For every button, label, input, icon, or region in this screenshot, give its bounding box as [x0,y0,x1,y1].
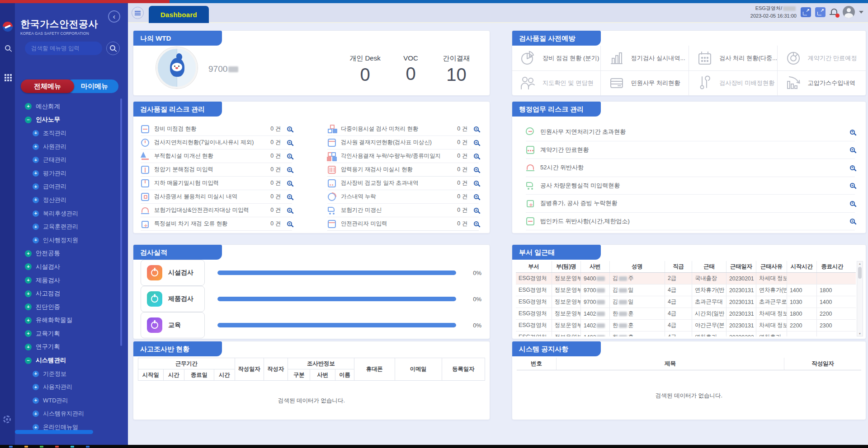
search-magnifier-icon[interactable] [850,130,855,135]
scroll-down-icon[interactable]: ▼ [859,332,861,335]
performance-category-button[interactable]: 시설검사 [141,260,205,286]
search-magnifier-icon[interactable] [850,201,855,206]
search-magnifier-icon[interactable] [850,219,855,224]
search-magnifier-icon[interactable] [287,221,292,226]
sidebar-menu-item[interactable]: 시스템유지관리 [15,407,122,421]
search-magnifier-icon[interactable] [474,181,479,186]
sidebar-menu-item[interactable]: 인사노무 [15,113,122,127]
search-magnifier-icon[interactable] [287,181,292,186]
scrollbar-thumb[interactable] [858,267,862,279]
sidebar-horizontal-scrollbar[interactable] [15,430,93,434]
prevention-cell-gas-import[interactable]: 고압가스수입내역 [778,70,866,95]
tab-dashboard[interactable]: Dashboard [149,6,209,23]
expand-toggle-icon[interactable] [33,371,39,377]
sidebar-menu-item[interactable]: 정산관리 [15,193,122,207]
search-magnifier-icon[interactable] [474,167,479,172]
menu-grid-icon[interactable] [5,74,6,76]
expand-toggle-icon[interactable] [33,144,39,150]
chevron-down-icon[interactable] [859,11,863,14]
sidebar-vertical-scrollbar[interactable] [120,98,122,346]
risk-item-row[interactable]: 각인사용결재 누락/수량누락/종류미일지 0 건 [327,149,479,163]
sidebar-menu-item[interactable]: 교육기획 [15,327,122,341]
stat-simple-approval[interactable]: 간이결재 10 [435,54,478,84]
search-magnifier-icon[interactable] [287,167,292,172]
prevention-cell-equipment-unassigned[interactable]: 검사장비 미배정현황 [689,70,778,95]
expand-toggle-icon[interactable] [25,277,32,284]
prevention-cell-contract-expiry[interactable]: 계약기간 만료예정 [778,46,866,70]
tab-all-menu[interactable]: 전체메뉴 [21,79,74,93]
sidebar-menu-item[interactable]: 제품검사 [15,274,122,287]
expand-toggle-icon[interactable] [33,397,39,404]
menu-search-input[interactable] [25,42,102,55]
search-magnifier-icon[interactable] [850,183,855,188]
risk-item-row[interactable]: 압력용기 재검사 미실시 현황 0 건 [327,163,479,177]
scroll-up-icon[interactable]: ▲ [859,262,861,265]
taskbar-icon[interactable] [55,446,59,448]
expand-toggle-icon[interactable] [25,290,32,297]
risk-item-row[interactable]: 가스내역 누락 0 건 [327,190,479,204]
search-magnifier-icon[interactable] [474,208,479,213]
sidebar-menu-item[interactable]: 진단인증 [15,300,122,314]
sidebar-menu-item[interactable]: 급여관리 [15,180,122,194]
table-row[interactable]: ESG경영처 정보운영부 1402 한훈 4급 야간근무(본 20230131 … [516,320,856,331]
settings-gear-icon[interactable] [3,415,11,423]
prevention-cell-periodic-inspection[interactable]: 정기검사 실시내역... [601,46,689,70]
risk-item-row[interactable]: 다중이용시설 검사 미처리 현황 0 건 [327,122,479,136]
search-magnifier-icon[interactable] [287,126,292,131]
admin-risk-row[interactable]: 계약기간 만료현황 [526,141,855,159]
sidebar-menu-item[interactable]: WTD관리 [15,394,122,407]
stat-voc[interactable]: VOC 0 [389,54,432,84]
avatar[interactable] [843,6,855,18]
risk-item-row[interactable]: 정압기 분해점검 미입력 0 건 [141,163,292,177]
taskbar-icon[interactable] [9,446,13,448]
expand-toggle-icon[interactable] [25,117,32,123]
sidebar-menu-item[interactable]: 평가관리 [15,167,122,180]
sidebar-menu-item[interactable]: 사용자관리 [15,380,122,394]
expand-toggle-icon[interactable] [25,357,32,364]
risk-item-row[interactable]: 검사지연처리현황(7일이내,사유시 제외) 0 건 [141,136,292,149]
expand-toggle-icon[interactable] [25,317,32,324]
risk-item-row[interactable]: 검사증명서 불용처리 미실시 내역 0 건 [141,190,292,204]
sidebar-menu-item[interactable]: 사고점검 [15,287,122,300]
search-icon[interactable] [5,45,10,51]
sidebar-menu-item[interactable]: 교육훈련관리 [15,220,122,233]
admin-risk-row[interactable]: 법인카드 위반사항(시간,제한업소) [526,213,855,231]
risk-item-row[interactable]: 검사장비 검교정 일자 초과내역 0 건 [327,177,479,190]
sidebar-menu-item[interactable]: 기준정보 [15,367,122,381]
table-row[interactable]: ESG경영처 정보운영부 9700 김일 4급 초과근무대 20230131 초… [516,296,856,308]
expand-toggle-icon[interactable] [33,210,39,217]
risk-item-row[interactable]: 특정설비 차기 재검 오류 현황 0 건 [141,217,292,231]
expand-toggle-icon[interactable] [33,170,39,177]
risk-item-row[interactable]: 보험가입대상&안전관리자대상 미입력 0 건 [141,204,292,217]
expand-toggle-icon[interactable] [33,157,39,163]
sidebar-menu-item[interactable]: 시스템관리 [15,354,122,367]
sidebar-menu-item[interactable]: 조직관리 [15,126,122,140]
expand-toggle-icon[interactable] [33,224,39,230]
hamburger-menu-button[interactable] [132,7,144,19]
windows-taskbar[interactable] [0,445,868,448]
search-magnifier-icon[interactable] [850,165,855,170]
performance-category-button[interactable]: 제품검사 [141,286,205,312]
admin-risk-row[interactable]: 공사 차량운행실적 미입력현황 [526,177,855,195]
expand-toggle-icon[interactable] [25,344,32,350]
expand-toggle-icon[interactable] [33,384,39,390]
risk-item-row[interactable]: 장비 미점검 현황 0 건 [141,122,292,136]
expand-toggle-icon[interactable] [25,250,32,257]
prevention-cell-inspection-processing[interactable]: 검사 처리 현황(다중... [689,46,778,70]
sidebar-menu-item[interactable]: 근태관리 [15,153,122,167]
sidebar-menu-item[interactable]: 시설검사 [15,260,122,274]
sidebar-menu-item[interactable]: 사원관리 [15,140,122,154]
taskbar-icon[interactable] [40,446,43,448]
sidebar-menu-item[interactable]: 인사행정지원 [15,233,122,247]
expand-toggle-icon[interactable] [33,237,39,243]
risk-item-row[interactable]: 부적합시설 미개선 현황 0 건 [141,149,292,163]
open-popup-button[interactable]: ↗ [815,7,826,17]
expand-toggle-icon[interactable] [25,330,32,337]
risk-item-row[interactable]: 검사원 결재지연현황(검사표 미상신) 0 건 [327,136,479,149]
prevention-cell-guidance-interview[interactable]: 지도확인 및 면담현 [512,70,601,95]
risk-item-row[interactable]: 지하 매몰기밀시험 미입력 0 건 [141,177,292,190]
expand-toggle-icon[interactable] [33,197,39,203]
sidebar-menu-item[interactable]: 안전공통 [15,247,122,261]
taskbar-icon[interactable] [24,446,28,448]
sidebar-collapse-button[interactable]: ‹ [108,10,120,23]
